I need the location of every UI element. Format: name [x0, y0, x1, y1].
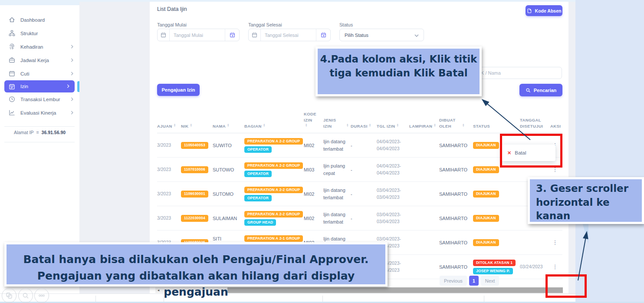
nik-badge: 1107010006: [181, 166, 208, 173]
sidebar-item-label: Cuti: [20, 71, 71, 76]
page-title: List Data Ijin: [157, 6, 187, 12]
sidebar-item-dashboard[interactable]: Dashboard: [0, 13, 79, 26]
ip-label: Alamat IP: [14, 130, 34, 135]
capture-camera-button[interactable]: [2, 288, 16, 303]
cell-tgl-izin: 04/04/2023-04/04/2023: [377, 163, 409, 177]
cell-nama: SULAIMAN: [213, 215, 244, 222]
cell-kode-izin: MI02: [304, 215, 323, 222]
sidebar-item-izin[interactable]: Izin: [4, 80, 75, 92]
column-header[interactable]: LAMPIRAN▲▼: [409, 123, 439, 129]
sidebar-item-evaluasi-kinerja[interactable]: Evaluasi Kinerja: [0, 106, 79, 119]
sidebar-item-label: Evaluasi Kinerja: [20, 110, 71, 115]
cell-jenis-izin: Ijin datang terlambat: [323, 187, 351, 201]
column-header: STATUS: [473, 123, 520, 129]
pencarian-label: Pencarian: [534, 88, 557, 93]
tanggal-mulai-input[interactable]: [170, 29, 225, 41]
chevron-right-icon: [67, 84, 70, 89]
table-row: 3/20231109030001SUTOMOPREPARATION A 2-2 …: [157, 182, 562, 206]
sidebar-divider: [4, 126, 75, 127]
annotation-step-4: 4.Pada kolom aksi, Klik titik tiga kemud…: [315, 46, 482, 96]
status-select[interactable]: Pilih Status: [339, 29, 424, 41]
column-header[interactable]: AJUAN▲▼: [157, 123, 181, 129]
cell-kode-izin: MI02: [304, 191, 323, 198]
sidebar-item-cuti[interactable]: Cuti: [0, 67, 79, 80]
sort-arrows-icon: ▲▼: [190, 124, 193, 127]
cell-durasi: -: [351, 142, 377, 149]
cell-kode-izin: MI02: [304, 142, 323, 149]
cell-jenis-izin: Ijin pulang cepat: [323, 162, 351, 177]
sort-arrows-icon: ▲▼: [305, 124, 308, 127]
capture-magnifier-button[interactable]: [18, 288, 33, 303]
sidebar-item-kehadiran[interactable]: Kehadiran: [0, 40, 79, 53]
kebab-menu-icon[interactable]: ⋮: [550, 263, 562, 271]
column-header[interactable]: NAMA▲▼: [213, 123, 244, 129]
next-page-button[interactable]: Next: [481, 276, 499, 286]
kode-absen-button[interactable]: Kode Absen: [526, 5, 562, 16]
column-header: AKSI: [550, 123, 562, 129]
cell-jenis-izin: Ijin datang terlambat: [323, 211, 351, 225]
column-header[interactable]: DURASI▲▼: [351, 123, 377, 129]
sidebar-menu: DashboardStrukturKehadiranJadwal KerjaCu…: [0, 13, 79, 119]
calendar-picker-icon[interactable]: [316, 29, 330, 41]
cell-tgl-pengajuan: 3/2023: [157, 166, 181, 173]
column-header[interactable]: BAGIAN▲▼: [244, 123, 304, 129]
scrollbar-thumb[interactable]: [227, 287, 563, 293]
sidebar-item-jadwal-kerja[interactable]: Jadwal Kerja: [0, 53, 79, 67]
status-badge: DIAJUKAN: [473, 166, 499, 173]
cell-status: DITOLAK ATASAN 1JOSEP WENING P.: [473, 259, 520, 275]
pengajuan-izin-button[interactable]: Pengajuan Izin: [157, 84, 200, 96]
annotation-step-3: 3. Geser scroller horizontal ke kanan: [528, 177, 644, 224]
search-input[interactable]: [471, 67, 562, 79]
cell-nik: 1105040053: [181, 141, 213, 149]
column-header[interactable]: KODE IZIN▲▼: [304, 111, 323, 129]
cell-dibuat-oleh: SAMIHARTO: [439, 142, 473, 149]
briefcase-icon: [9, 57, 15, 63]
bagian-badge: GROUP HEAD: [244, 219, 276, 226]
cell-tgl-izin: 03/04/2023-03/04/2023: [377, 187, 409, 201]
table-header-row: AJUAN▲▼NIK▲▼NAMA▲▼BAGIAN▲▼KODE IZIN▲▼JEN…: [157, 111, 562, 133]
status-badge: DIAJUKAN: [473, 239, 499, 246]
tanggal-selesai-input[interactable]: [261, 29, 316, 41]
column-header[interactable]: JENIS IZIN▲▼: [323, 117, 351, 129]
sort-arrows-icon: ▲▼: [434, 124, 436, 127]
cell-bagian: PREPARATION A 2-2 GROUPGROUP HEAD: [244, 210, 304, 227]
scroll-left-arrow[interactable]: ◄: [155, 287, 161, 293]
calendar-picker-icon[interactable]: [225, 29, 239, 41]
sort-arrows-icon: ▲▼: [462, 124, 465, 127]
cell-dibuat-oleh: SAMIHARTO: [439, 239, 473, 247]
ip-address-row: Alamat IP = 36.91.56.90: [0, 130, 79, 135]
status-select-value: Pilih Status: [345, 33, 368, 38]
tanggal-selesai-label: Tanggal Selesai: [248, 22, 282, 27]
page-1-button[interactable]: 1: [469, 276, 479, 286]
cell-durasi: -: [351, 191, 377, 198]
bagian-badge: PREPARATION A 2-2 GROUP: [244, 162, 303, 169]
chart-line-icon: [9, 109, 15, 116]
kebab-menu-icon[interactable]: ⋮: [550, 238, 562, 247]
cell-jenis-izin: Ijin datang terlambat: [323, 138, 351, 152]
sidebar-item-transaksi-lembur[interactable]: Transaksi Lembur: [0, 92, 79, 106]
calendar-icon: [158, 29, 170, 41]
column-header[interactable]: TGL IZIN▲▼: [377, 123, 409, 129]
sidebar-item-struktur[interactable]: Struktur: [0, 26, 79, 40]
chevron-right-icon: [71, 72, 74, 76]
pencarian-button[interactable]: Pencarian: [519, 84, 562, 96]
cell-tgl-pengajuan: 3/2023: [157, 215, 181, 222]
kode-absen-label: Kode Absen: [535, 8, 562, 13]
previous-page-button[interactable]: Previous: [440, 276, 467, 286]
calendar-icon: [249, 29, 261, 41]
cell-nama: SUWITO: [213, 142, 244, 149]
cell-nama: SUTOMO: [213, 191, 244, 198]
sidebar-item-label: Izin: [20, 84, 67, 89]
ip-value: 36.91.56.90: [42, 130, 66, 135]
cell-tanggal-disetujui: 03/24/2023: [520, 263, 550, 270]
highlight-box-batal-menu: [500, 134, 562, 168]
home-icon: [9, 16, 15, 23]
cell-dibuat-oleh: SAMIHARTO: [439, 215, 473, 222]
sort-arrows-icon: ▲▼: [174, 124, 176, 127]
sidebar-item-label: Kehadiran: [20, 44, 71, 49]
capture-more-options-button[interactable]: [34, 288, 49, 303]
column-header[interactable]: NIK▲▼: [181, 123, 213, 129]
column-header[interactable]: DIBUAT OLEH▲▼: [439, 117, 473, 129]
bagian-badge: PREPARATION A 2-2 GROUP: [244, 138, 303, 145]
chevron-right-icon: [71, 97, 74, 102]
